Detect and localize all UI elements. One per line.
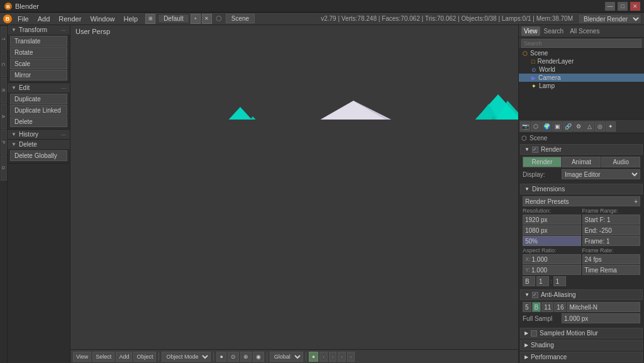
maximize-button[interactable]: □ (618, 2, 628, 11)
duplicate-linked-button[interactable]: Duplicate Linked (10, 105, 67, 116)
render-tab-audio[interactable]: Audio (601, 157, 640, 167)
tab-physics[interactable]: P (1, 130, 7, 155)
transform-collapse[interactable]: — (61, 27, 66, 33)
outliner-item-renderlayer[interactable]: □ RenderLayer (519, 57, 644, 65)
scene-props-icon[interactable]: ⬡ (531, 121, 541, 131)
3d-viewport[interactable]: User Persp (70, 25, 518, 363)
proportional-button[interactable]: ◉ (253, 352, 264, 362)
mb-checkbox[interactable] (531, 330, 537, 337)
scale-button[interactable]: Scale (10, 59, 67, 69)
pivot-select[interactable]: Global (270, 352, 303, 362)
layer-5-button[interactable]: · (347, 352, 355, 362)
display-select[interactable]: Image Editor (562, 169, 640, 179)
scene-name[interactable]: Scene (226, 14, 255, 23)
mode-select[interactable]: Object Mode (162, 352, 211, 362)
translate-button[interactable]: Translate (10, 36, 67, 47)
history-header[interactable]: ▼ History — (8, 130, 70, 139)
performance-header[interactable]: ▶ Performance (520, 352, 643, 362)
object-menu-button[interactable]: Object (133, 352, 156, 362)
menu-add[interactable]: Add (34, 14, 54, 24)
duplicate-button[interactable]: Duplicate (10, 94, 67, 104)
add-menu-button[interactable]: Add (116, 352, 132, 362)
viewport-shading-button[interactable]: ● (216, 352, 226, 362)
time-rema-value[interactable]: Time Rema (582, 265, 641, 275)
mitchell-value[interactable]: Mitchell-N (567, 302, 640, 312)
menu-render[interactable]: Render (55, 14, 85, 24)
tab-grease-pencil[interactable]: G (1, 155, 7, 181)
shading-header[interactable]: ▶ Shading (520, 340, 643, 350)
res-x-value[interactable]: 1920 px (523, 215, 581, 225)
render-presets[interactable]: Render Presets + (523, 196, 640, 206)
aspect-x-value[interactable]: X: 1.000 (523, 254, 581, 264)
render-props-icon[interactable]: 📷 (520, 121, 530, 131)
aspect-y-value[interactable]: Y: 1.000 (523, 265, 581, 275)
props-tab-allscenes[interactable]: All Scenes (567, 26, 602, 36)
close-button[interactable]: ✕ (630, 2, 640, 11)
menu-window[interactable]: Window (86, 14, 118, 24)
world-props-icon[interactable]: 🌍 (541, 121, 552, 131)
props-tab-search[interactable]: Search (541, 26, 567, 36)
tab-relations[interactable]: R (1, 78, 7, 103)
res-percent-value[interactable]: 50% (523, 236, 581, 246)
outliner-item-scene[interactable]: ⬡ Scene (519, 49, 644, 57)
dimensions-header[interactable]: ▼ Dimensions (520, 184, 643, 194)
minimize-button[interactable]: — (605, 2, 615, 11)
delete-button[interactable]: Delete (10, 116, 67, 127)
render-section-header[interactable]: ▼ Render (520, 144, 643, 155)
aa-enabled-checkbox[interactable] (532, 292, 538, 298)
render-enabled-checkbox[interactable] (532, 147, 538, 153)
layer-2-button[interactable]: · (319, 352, 328, 362)
snap-button[interactable]: ⊕ (240, 352, 252, 362)
screen-add-icon[interactable]: + (191, 14, 201, 24)
anti-aliasing-header[interactable]: ▼ Anti-Aliasing (520, 289, 643, 300)
aa-val-11[interactable]: 11 (541, 302, 553, 312)
start-frame-value[interactable]: Start F: 1 (582, 215, 641, 225)
transform-header[interactable]: ▼ Transform — (8, 25, 70, 35)
frame-value[interactable]: Frame: 1 (582, 236, 641, 246)
delete-globally-button[interactable]: Delete Globally (10, 150, 67, 161)
viewport-overlay-button[interactable]: ⊙ (228, 352, 239, 362)
end-frame-value[interactable]: End: -250 (582, 225, 641, 235)
motion-blur-header[interactable]: ▶ Sampled Motion Blur (520, 328, 643, 338)
b-label[interactable]: B (523, 276, 535, 286)
rotate-button[interactable]: Rotate (10, 47, 67, 58)
menu-file[interactable]: File (14, 14, 33, 24)
delete-header[interactable]: ▼ Delete (8, 140, 70, 149)
outliner-item-camera[interactable]: ▶ Camera (519, 74, 644, 82)
tab-create[interactable]: C (1, 52, 7, 77)
view-menu-button[interactable]: View (73, 352, 91, 362)
outliner-item-world[interactable]: ⊙ World (519, 65, 644, 74)
render-tab-animat[interactable]: Animat (562, 157, 601, 167)
screen-remove-icon[interactable]: ✕ (202, 14, 212, 24)
constraint-props-icon[interactable]: 🔗 (563, 121, 573, 131)
select-menu-button[interactable]: Select (92, 352, 114, 362)
history-collapse[interactable]: — (61, 131, 66, 137)
frame-rate-value[interactable]: 24 fps (582, 254, 641, 264)
render-engine-select[interactable]: Blender Render (578, 14, 641, 24)
aa-val-b[interactable]: B (532, 302, 541, 312)
mirror-button[interactable]: Mirror (10, 70, 67, 81)
layer-4-button[interactable]: · (338, 352, 346, 362)
aa-val-5[interactable]: 5 (523, 302, 531, 312)
edit-collapse[interactable]: — (61, 85, 66, 91)
props-tab-view[interactable]: View (521, 26, 540, 36)
modifier-props-icon[interactable]: ⚙ (574, 121, 584, 131)
edit-header[interactable]: ▼ Edit — (8, 83, 70, 92)
b-val-1[interactable]: 1 (536, 276, 549, 286)
data-props-icon[interactable]: △ (584, 121, 594, 131)
outliner-search[interactable] (521, 39, 641, 48)
layer-1-button[interactable]: ● (309, 352, 318, 362)
sample-val[interactable]: 1.000 px (562, 313, 640, 323)
viewport-icon[interactable]: ⊞ (145, 14, 155, 24)
material-props-icon[interactable]: ◎ (595, 121, 605, 131)
menu-help[interactable]: Help (120, 14, 142, 24)
tab-animation[interactable]: A (1, 104, 7, 129)
render-tab-render[interactable]: Render (523, 157, 562, 167)
object-props-icon[interactable]: ▣ (552, 121, 562, 131)
screen-mode[interactable]: Default (158, 14, 189, 23)
layer-3-button[interactable]: · (329, 352, 337, 362)
particle-props-icon[interactable]: ✦ (606, 121, 616, 131)
aa-val-16[interactable]: 16 (554, 302, 566, 312)
outliner-item-lamp[interactable]: ✦ Lamp (519, 82, 644, 90)
tab-tools[interactable]: T (1, 26, 7, 52)
